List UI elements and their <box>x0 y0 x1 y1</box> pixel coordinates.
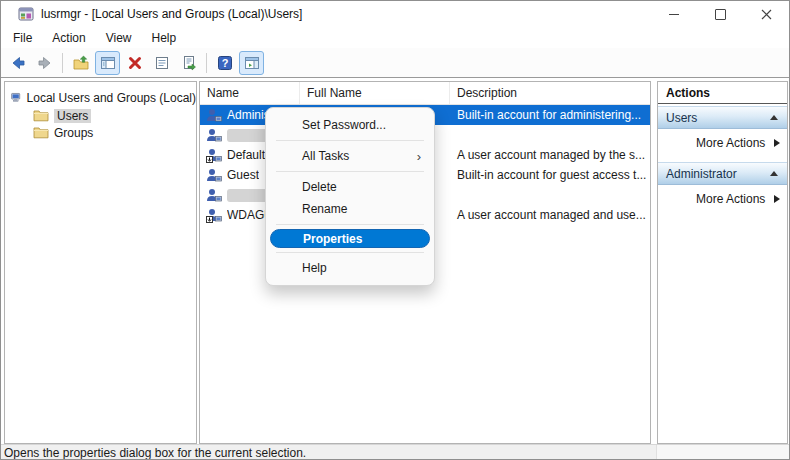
up-one-level-button[interactable] <box>68 51 93 75</box>
context-menu-delete[interactable]: Delete <box>266 176 434 198</box>
menu-help[interactable]: Help <box>142 29 187 47</box>
user-account-disabled-icon <box>206 148 222 163</box>
toolbar-separator <box>62 53 63 73</box>
column-header-name[interactable]: Name <box>200 82 300 104</box>
context-menu-help[interactable]: Help <box>266 257 434 279</box>
user-name: Guest <box>227 168 259 182</box>
minimize-button[interactable] <box>651 1 697 27</box>
list-header: Name Full Name Description <box>200 82 650 105</box>
mmc-console-icon <box>18 6 35 22</box>
actions-pane: Actions Users More Actions Administrator… <box>657 81 788 444</box>
tree-item-groups-label: Groups <box>54 126 93 140</box>
show-console-tree-button[interactable] <box>95 51 120 75</box>
tree-item-groups[interactable]: Groups <box>33 124 196 141</box>
menu-separator <box>276 171 424 172</box>
tree-item-users[interactable]: Users <box>33 107 196 124</box>
maximize-icon <box>715 9 726 20</box>
app-window: lusrmgr - [Local Users and Groups (Local… <box>0 0 790 460</box>
menu-separator <box>276 140 424 141</box>
toolbar-separator <box>206 53 207 73</box>
status-bar: Opens the properties dialog box for the … <box>1 444 789 460</box>
window-title: lusrmgr - [Local Users and Groups (Local… <box>41 7 302 21</box>
forward-icon <box>37 55 53 71</box>
title-bar: lusrmgr - [Local Users and Groups (Local… <box>1 1 789 27</box>
more-actions-administrator[interactable]: More Actions <box>658 188 787 210</box>
help-icon: ? <box>217 55 233 71</box>
actions-section-users-label: Users <box>666 111 697 125</box>
export-list-icon <box>181 55 197 71</box>
user-account-icon <box>206 108 222 123</box>
folder-icon <box>33 126 49 139</box>
show-console-tree-icon <box>100 55 116 71</box>
actions-section-administrator[interactable]: Administrator <box>658 162 787 185</box>
menu-bar: File Action View Help <box>1 27 789 49</box>
menu-action[interactable]: Action <box>42 29 95 47</box>
user-description: A user account managed and use... <box>450 208 650 222</box>
export-list-button[interactable] <box>176 51 201 75</box>
properties-button[interactable] <box>149 51 174 75</box>
computer-icon <box>11 90 22 105</box>
menu-view[interactable]: View <box>96 29 142 47</box>
tree-root-label: Local Users and Groups (Local) <box>27 91 196 105</box>
user-description: Built-in account for administering... <box>450 108 650 122</box>
submenu-right-arrow-icon <box>774 139 780 147</box>
user-description: A user account managed by the s... <box>450 148 650 162</box>
context-menu-rename[interactable]: Rename <box>266 198 434 220</box>
actions-section-users[interactable]: Users <box>658 106 787 129</box>
user-account-icon <box>206 128 222 143</box>
help-button[interactable]: ? <box>212 51 237 75</box>
close-button[interactable] <box>743 1 789 27</box>
toolbar: ? <box>1 48 789 78</box>
more-actions-users[interactable]: More Actions <box>658 132 787 154</box>
menu-file[interactable]: File <box>3 29 42 47</box>
collapse-up-arrow-icon[interactable] <box>770 115 778 120</box>
svg-text:?: ? <box>221 57 228 69</box>
column-header-full-name[interactable]: Full Name <box>300 82 450 104</box>
back-button[interactable] <box>5 51 30 75</box>
menu-separator <box>276 224 424 225</box>
show-action-pane-icon <box>244 55 260 71</box>
back-icon <box>10 55 26 71</box>
status-bar-segment <box>656 445 790 460</box>
folder-icon <box>33 109 49 122</box>
context-menu-set-password[interactable]: Set Password... <box>266 114 434 136</box>
properties-icon <box>154 55 170 71</box>
actions-section-administrator-label: Administrator <box>666 167 737 181</box>
maximize-button[interactable] <box>697 1 743 27</box>
submenu-right-arrow-icon <box>774 195 780 203</box>
tree-item-users-label: Users <box>54 109 91 123</box>
context-menu: Set Password... All Tasks › Delete Renam… <box>265 107 435 286</box>
tree-root-item[interactable]: Local Users and Groups (Local) <box>11 89 196 106</box>
more-actions-label: More Actions <box>696 192 765 206</box>
user-account-icon <box>206 188 222 203</box>
user-account-icon <box>206 168 222 183</box>
submenu-chevron-icon: › <box>417 149 421 164</box>
delete-button[interactable] <box>122 51 147 75</box>
actions-pane-title: Actions <box>658 82 787 104</box>
context-menu-all-tasks-label: All Tasks <box>302 149 349 163</box>
console-tree-panel: Local Users and Groups (Local) Users Gro… <box>4 81 197 444</box>
close-icon <box>761 9 772 20</box>
collapse-up-arrow-icon[interactable] <box>770 171 778 176</box>
show-action-pane-button[interactable] <box>239 51 264 75</box>
menu-separator <box>276 252 424 253</box>
user-account-disabled-icon <box>206 208 222 223</box>
user-description: Built-in account for guest access t... <box>450 168 650 182</box>
more-actions-label: More Actions <box>696 136 765 150</box>
up-one-level-icon <box>73 55 89 71</box>
context-menu-all-tasks[interactable]: All Tasks › <box>266 145 434 167</box>
status-text: Opens the properties dialog box for the … <box>4 446 306 460</box>
delete-icon <box>127 55 143 71</box>
column-header-description[interactable]: Description <box>450 82 650 104</box>
context-menu-properties[interactable]: Properties <box>270 229 430 248</box>
minimize-icon <box>669 14 679 15</box>
forward-button[interactable] <box>32 51 57 75</box>
